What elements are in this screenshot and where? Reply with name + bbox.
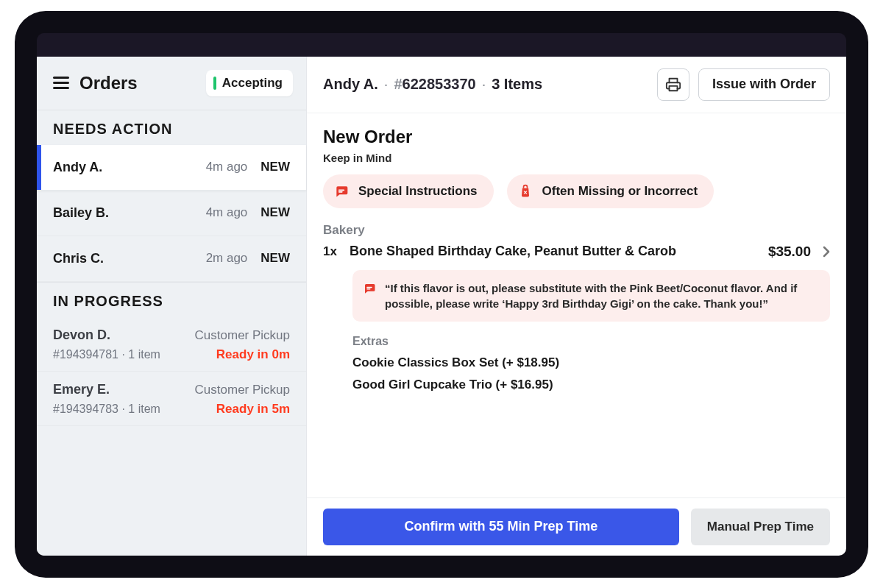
- issue-button[interactable]: Issue with Order: [698, 68, 830, 101]
- order-breadcrumb: Andy A. · #622853370 · 3 Items: [323, 76, 648, 93]
- order-time-ago: 2m ago: [206, 251, 248, 266]
- crumb-sep: ·: [482, 76, 486, 93]
- often-missing-chip[interactable]: ✕ Often Missing or Incorrect: [507, 174, 714, 208]
- order-meta: #194394781 · 1 item: [53, 348, 160, 361]
- extra-item: Good Girl Cupcake Trio (+ $16.95): [352, 378, 830, 392]
- crumb-hash: #: [394, 76, 402, 92]
- crumb-order-id: 622853370: [403, 76, 476, 92]
- sidebar-title: Orders: [79, 73, 138, 93]
- order-detail-panel: Andy A. · #622853370 · 3 Items Issue wit…: [307, 57, 846, 556]
- svg-text:✕: ✕: [523, 190, 528, 195]
- keep-in-mind-label: Keep in Mind: [323, 152, 830, 164]
- crumb-sep: ·: [384, 76, 389, 93]
- order-time-ago: 4m ago: [206, 160, 248, 174]
- in-progress-item[interactable]: Emery E. Customer Pickup #194394783 · 1 …: [37, 372, 306, 426]
- chevron-right-icon: [823, 246, 830, 258]
- order-fulfillment-type: Customer Pickup: [195, 383, 290, 397]
- svg-rect-1: [338, 189, 344, 191]
- accepting-toggle[interactable]: Accepting: [206, 70, 293, 96]
- order-status-badge: NEW: [260, 251, 290, 266]
- order-status-badge: NEW: [260, 205, 290, 220]
- sidebar-header: Orders Accepting: [37, 57, 306, 110]
- line-qty: 1x: [323, 244, 342, 259]
- order-time-ago: 4m ago: [206, 205, 248, 220]
- confirm-button[interactable]: Confirm with 55 Min Prep Time: [323, 509, 679, 545]
- detail-header: Andy A. · #622853370 · 3 Items Issue wit…: [307, 57, 846, 113]
- detail-footer: Confirm with 55 Min Prep Time Manual Pre…: [307, 497, 846, 556]
- bag-alert-icon: ✕: [517, 183, 533, 199]
- device-status-bar: [37, 33, 846, 57]
- crumb-item-count: 3 Items: [492, 76, 542, 93]
- chat-icon: [333, 183, 350, 199]
- category-label: Bakery: [323, 223, 830, 238]
- note-text: “If this flavor is out, please substitut…: [385, 280, 817, 311]
- order-customer-name: Bailey B.: [53, 205, 199, 221]
- manual-prep-button[interactable]: Manual Prep Time: [691, 509, 830, 545]
- screen: Orders Accepting NEEDS ACTION Andy A. 4m…: [37, 33, 846, 556]
- section-in-progress: IN PROGRESS: [37, 282, 306, 317]
- needs-action-item[interactable]: Chris C. 2m ago NEW: [37, 236, 306, 282]
- chat-icon: [363, 282, 376, 295]
- extras-label: Extras: [352, 335, 830, 348]
- needs-action-item[interactable]: Bailey B. 4m ago NEW: [37, 191, 306, 236]
- menu-icon[interactable]: [53, 77, 69, 89]
- order-ready-time: Ready in 0m: [216, 347, 290, 362]
- special-instructions-chip[interactable]: Special Instructions: [323, 174, 494, 208]
- order-status-badge: NEW: [260, 160, 290, 174]
- special-instruction-note: “If this flavor is out, please substitut…: [352, 270, 830, 322]
- svg-rect-2: [338, 191, 343, 193]
- svg-rect-4: [366, 286, 372, 288]
- crumb-customer: Andy A.: [323, 76, 378, 93]
- needs-action-item[interactable]: Andy A. 4m ago NEW: [37, 145, 306, 191]
- chip-row: Special Instructions ✕ Often Missing or …: [323, 174, 830, 208]
- order-ready-time: Ready in 5m: [216, 402, 290, 417]
- line-item[interactable]: 1x Bone Shaped Birthday Cake, Peanut But…: [323, 244, 830, 260]
- svg-rect-5: [366, 288, 370, 290]
- sidebar: Orders Accepting NEEDS ACTION Andy A. 4m…: [37, 57, 307, 556]
- order-fulfillment-type: Customer Pickup: [195, 328, 290, 343]
- order-customer-name: Emery E.: [53, 382, 110, 397]
- svg-rect-0: [669, 85, 677, 90]
- line-name: Bone Shaped Birthday Cake, Peanut Butter…: [350, 244, 761, 259]
- status-indicator-icon: [213, 77, 216, 90]
- chip-label: Special Instructions: [358, 184, 478, 199]
- order-customer-name: Andy A.: [53, 160, 199, 175]
- print-button[interactable]: [657, 68, 689, 101]
- printer-icon: [665, 77, 681, 93]
- detail-content: New Order Keep in Mind Special Instructi…: [307, 113, 846, 497]
- sidebar-title-wrap: Orders: [53, 73, 138, 93]
- section-needs-action: NEEDS ACTION: [37, 110, 306, 145]
- extra-item: Cookie Classics Box Set (+ $18.95): [352, 355, 830, 370]
- order-meta: #194394783 · 1 item: [53, 403, 160, 416]
- order-title: New Order: [323, 127, 830, 147]
- accepting-label: Accepting: [222, 76, 283, 91]
- tablet-frame: Orders Accepting NEEDS ACTION Andy A. 4m…: [15, 11, 868, 578]
- chip-label: Often Missing or Incorrect: [542, 184, 698, 199]
- order-customer-name: Devon D.: [53, 327, 110, 343]
- app-root: Orders Accepting NEEDS ACTION Andy A. 4m…: [37, 57, 846, 556]
- line-price: $35.00: [768, 244, 811, 260]
- in-progress-item[interactable]: Devon D. Customer Pickup #194394781 · 1 …: [37, 317, 306, 372]
- order-customer-name: Chris C.: [53, 251, 199, 266]
